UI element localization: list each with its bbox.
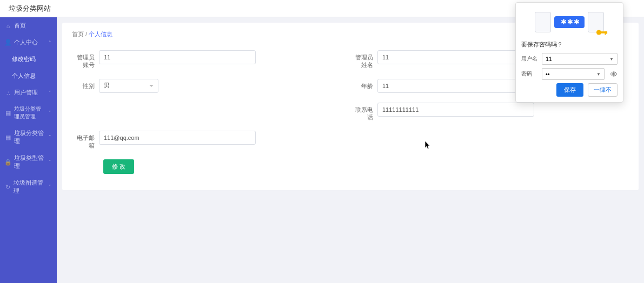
breadcrumb-root[interactable]: 首页 bbox=[72, 31, 84, 37]
app-title: 垃圾分类网站 bbox=[9, 4, 51, 14]
email-input[interactable] bbox=[99, 131, 256, 145]
users-icon: ⛬ bbox=[5, 90, 11, 96]
grid-icon: ▦ bbox=[5, 134, 11, 140]
sidebar-item-label: 用户管理 bbox=[14, 89, 38, 97]
password-pill-icon: ✱✱✱ bbox=[554, 16, 585, 28]
sidebar-item-type-mgmt[interactable]: 🔒 垃圾类型管理 ˅ bbox=[0, 150, 57, 174]
chevron-down-icon: ˅ bbox=[49, 90, 51, 96]
admin-name-input[interactable] bbox=[377, 50, 534, 64]
caret-down-icon: ▼ bbox=[609, 57, 614, 62]
popup-pass-label: 密码 bbox=[521, 70, 539, 78]
loop-icon: ↻ bbox=[5, 184, 10, 190]
chevron-down-icon: ˅ bbox=[49, 110, 51, 116]
popup-save-button[interactable]: 保存 bbox=[556, 83, 583, 97]
sidebar-item-personal-center[interactable]: 👤 个人中心 ˄ bbox=[0, 34, 57, 51]
key-icon bbox=[596, 29, 608, 36]
sidebar-item-user-mgmt[interactable]: ⛬ 用户管理 ˅ bbox=[0, 84, 57, 101]
sidebar-item-change-password[interactable]: 修改密码 bbox=[0, 51, 57, 68]
sidebar-item-label: 个人信息 bbox=[12, 72, 36, 80]
sidebar-item-home[interactable]: ⌂ 首页 bbox=[0, 17, 57, 34]
sidebar-item-label: 垃圾分类管理员管理 bbox=[14, 105, 45, 120]
caret-down-icon: ▼ bbox=[596, 72, 601, 77]
popup-password-value: •• bbox=[546, 71, 550, 77]
label-phone: 联系电话 bbox=[350, 103, 377, 122]
popup-username-select[interactable]: 11 ▼ bbox=[542, 53, 618, 65]
sidebar-item-label: 垃圾分类管理 bbox=[14, 129, 45, 145]
chevron-down-icon: ˅ bbox=[49, 184, 51, 190]
chevron-down-icon: ˅ bbox=[49, 134, 51, 140]
user-icon: 👤 bbox=[5, 40, 11, 45]
svg-rect-3 bbox=[606, 31, 607, 34]
breadcrumb-current: 个人信息 bbox=[89, 31, 112, 37]
popup-username-value: 11 bbox=[546, 56, 552, 62]
svg-point-4 bbox=[613, 73, 614, 75]
sidebar-item-label: 修改密码 bbox=[12, 55, 36, 63]
card-icon bbox=[535, 12, 551, 32]
sidebar-item-classify-mgmt[interactable]: ▦ 垃圾分类管理 ˅ bbox=[0, 125, 57, 150]
submit-button[interactable]: 修 改 bbox=[103, 159, 134, 174]
label-admin-account: 管理员账号 bbox=[72, 50, 99, 69]
popup-user-label: 用户名 bbox=[521, 55, 539, 63]
sidebar-item-personal-info[interactable]: 个人信息 bbox=[0, 68, 57, 84]
popup-title: 要保存密码吗？ bbox=[521, 41, 618, 49]
chevron-up-icon: ˄ bbox=[49, 40, 51, 45]
eye-icon[interactable] bbox=[610, 70, 618, 78]
admin-account-input[interactable] bbox=[99, 50, 256, 64]
phone-input[interactable] bbox=[377, 103, 534, 117]
svg-rect-2 bbox=[605, 31, 606, 35]
save-password-popup: ✱✱✱ 要保存密码吗？ 用户名 11 ▼ 密码 •• ▼ 保存 一律不 bbox=[515, 2, 623, 103]
popup-never-button[interactable]: 一律不 bbox=[588, 83, 618, 97]
sidebar-item-label: 个人中心 bbox=[14, 38, 38, 46]
gender-select[interactable]: 男 bbox=[99, 79, 158, 93]
sidebar-item-admin-mgmt[interactable]: ▦ 垃圾分类管理员管理 ˅ bbox=[0, 101, 57, 125]
sidebar: ⌂ 首页 👤 个人中心 ˄ 修改密码 个人信息 ⛬ 用户管理 ˅ ▦ 垃圾分类管… bbox=[0, 17, 57, 283]
sidebar-item-graph-mgmt[interactable]: ↻ 垃圾图谱管理 ˅ bbox=[0, 174, 57, 199]
age-input[interactable] bbox=[377, 79, 534, 93]
chevron-down-icon: ˅ bbox=[49, 159, 51, 165]
label-email: 电子邮箱 bbox=[72, 131, 99, 150]
breadcrumb-sep: / bbox=[85, 31, 87, 37]
svg-point-0 bbox=[596, 30, 601, 35]
home-icon: ⌂ bbox=[5, 23, 11, 29]
sidebar-item-label: 首页 bbox=[14, 22, 26, 30]
sidebar-item-label: 垃圾类型管理 bbox=[14, 154, 45, 170]
label-admin-name: 管理员姓名 bbox=[350, 50, 377, 69]
label-gender: 性别 bbox=[72, 79, 99, 90]
popup-password-select[interactable]: •• ▼ bbox=[542, 68, 605, 80]
svg-rect-1 bbox=[601, 31, 607, 33]
gender-value: 男 bbox=[104, 82, 110, 90]
popup-illustration: ✱✱✱ bbox=[521, 7, 618, 37]
lock-icon: 🔒 bbox=[5, 159, 11, 165]
sidebar-item-label: 垃圾图谱管理 bbox=[14, 179, 45, 195]
label-age: 年龄 bbox=[350, 79, 377, 90]
grid-icon: ▦ bbox=[5, 110, 11, 116]
